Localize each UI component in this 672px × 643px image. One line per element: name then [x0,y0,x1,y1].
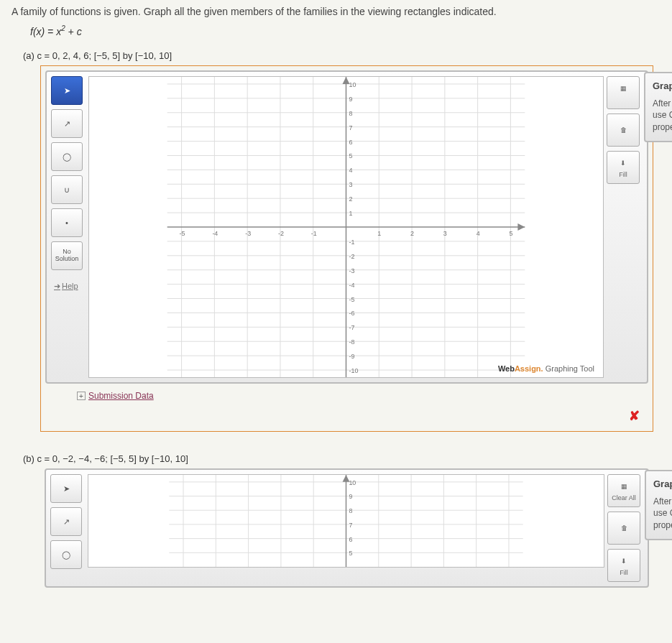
fill-button[interactable]: ⬇Fill [607,151,640,184]
svg-text:4: 4 [349,167,352,174]
help-link[interactable]: ➜Help [51,279,86,294]
line-tool[interactable]: ↗ [51,109,83,138]
svg-text:7: 7 [349,124,352,131]
left-toolbar-b: ➤ ↗ ◯ [50,474,85,569]
fill-button[interactable]: ⬇Fill [607,549,640,582]
part-a-label: (a) c = 0, 2, 4, 6; [−5, 5] by [−10, 10] [23,50,661,61]
graph-canvas-b[interactable]: 1098765 [88,474,604,568]
svg-text:2: 2 [410,230,414,237]
graph-layers-panel-b: Graph Layers« After you add an object to… [645,470,672,540]
question-prompt: A family of functions is given. Graph al… [11,6,661,17]
svg-text:2: 2 [349,195,352,203]
clear-all-button[interactable]: ▦Clear All [607,474,640,507]
svg-text:-5: -5 [349,295,354,302]
svg-text:-4: -4 [212,230,218,237]
circle-tool[interactable]: ◯ [51,142,83,171]
line-icon: ↗ [64,119,70,128]
line-tool[interactable]: ↗ [50,507,82,536]
svg-text:-4: -4 [349,281,354,288]
svg-text:6: 6 [349,138,352,145]
layers-title: Graph Layers [653,478,672,489]
svg-text:-10: -10 [349,367,358,374]
svg-text:8: 8 [349,109,352,116]
right-toolbar-b: ▦Clear All 🗑 ⬇Fill [607,474,643,582]
svg-text:-3: -3 [349,267,354,274]
svg-text:-1: -1 [311,230,317,237]
expand-icon: + [77,392,86,400]
delete-button[interactable]: 🗑 [607,512,640,545]
grid-svg: -5-4-3-2-112345 10987654321 -1-2-3-4-5-6… [89,77,603,377]
svg-text:-6: -6 [349,310,354,317]
svg-text:7: 7 [349,522,352,529]
svg-text:-7: -7 [349,324,354,331]
circle-icon: ◯ [63,152,71,161]
branding: WebAssign. Graphing Tool [498,364,594,373]
pointer-icon: ➤ [64,86,70,95]
layers-text: After you add an object to the graph you… [653,98,672,134]
point-icon: • [65,218,68,227]
svg-text:8: 8 [349,507,352,514]
layers-text: After you add an object to the graph you… [653,496,672,532]
svg-text:5: 5 [509,230,512,237]
svg-text:-9: -9 [349,353,354,360]
graph-layers-panel-a: Graph Layers« After you add an object to… [644,72,672,142]
svg-text:1: 1 [377,230,381,237]
no-solution-tool[interactable]: No Solution [51,241,83,270]
parabola-icon: ∪ [64,185,70,194]
svg-text:3: 3 [443,230,447,237]
delete-button[interactable]: 🗑 [607,114,640,147]
svg-text:9: 9 [349,493,352,500]
layers-title: Graph Layers [653,80,672,91]
graphing-tool-b: ➤ ↗ ◯ 1098765 ▦Clear All [45,468,649,588]
trash-icon: 🗑 [617,124,630,137]
line-icon: ↗ [63,517,70,526]
svg-text:-2: -2 [278,230,284,237]
fill-icon: ⬇ [617,157,630,170]
svg-text:5: 5 [349,550,352,557]
svg-text:-1: -1 [349,239,354,246]
pointer-tool[interactable]: ➤ [51,76,83,105]
clear-all-button[interactable]: ▦Clear All [607,76,640,109]
graphing-tool-a: ➤ ↗ ◯ ∪ • No Solution ➜Help [45,70,648,384]
incorrect-mark: ✘ [41,405,653,431]
left-toolbar: ➤ ↗ ◯ ∪ • No Solution ➜Help [51,76,86,294]
svg-text:4: 4 [477,230,480,237]
part-b-label: (b) c = 0, −2, −4, −6; [−5, 5] by [−10, … [23,453,661,464]
trash-icon: 🗑 [617,522,630,535]
svg-text:-5: -5 [180,230,185,237]
formula: f(x) = x2 + c [30,24,661,37]
svg-text:-3: -3 [245,230,251,237]
y-tick-labels: 10987654321 -1-2-3-4-5-6-7-8-9-10 [349,81,358,374]
svg-text:9: 9 [349,95,352,102]
svg-text:3: 3 [349,181,352,188]
circle-icon: ◯ [62,550,70,559]
grid-svg-b: 1098765 [88,475,604,567]
help-icon: ➜ [54,282,60,291]
x-arrow-icon [517,223,525,231]
y-tick-labels-b: 1098765 [349,478,356,556]
pointer-tool[interactable]: ➤ [50,474,82,503]
svg-text:10: 10 [349,81,356,88]
svg-text:5: 5 [349,152,352,159]
submission-data-link[interactable]: +Submission Data [77,391,653,401]
circle-tool[interactable]: ◯ [50,540,82,569]
clear-icon: ▦ [617,82,630,95]
clear-icon: ▦ [617,480,630,493]
svg-text:-2: -2 [349,252,354,259]
svg-text:6: 6 [349,535,352,542]
svg-text:1: 1 [349,210,352,217]
point-tool[interactable]: • [51,208,83,237]
part-a-container: ➤ ↗ ◯ ∪ • No Solution ➜Help [40,65,653,432]
parabola-tool[interactable]: ∪ [51,175,83,204]
right-toolbar: ▦Clear All 🗑 ⬇Fill [607,76,643,184]
fill-icon: ⬇ [617,555,630,568]
svg-text:10: 10 [349,478,356,486]
svg-text:-8: -8 [349,338,354,346]
graph-canvas-a[interactable]: -5-4-3-2-112345 10987654321 -1-2-3-4-5-6… [88,76,604,378]
pointer-icon: ➤ [63,484,70,493]
